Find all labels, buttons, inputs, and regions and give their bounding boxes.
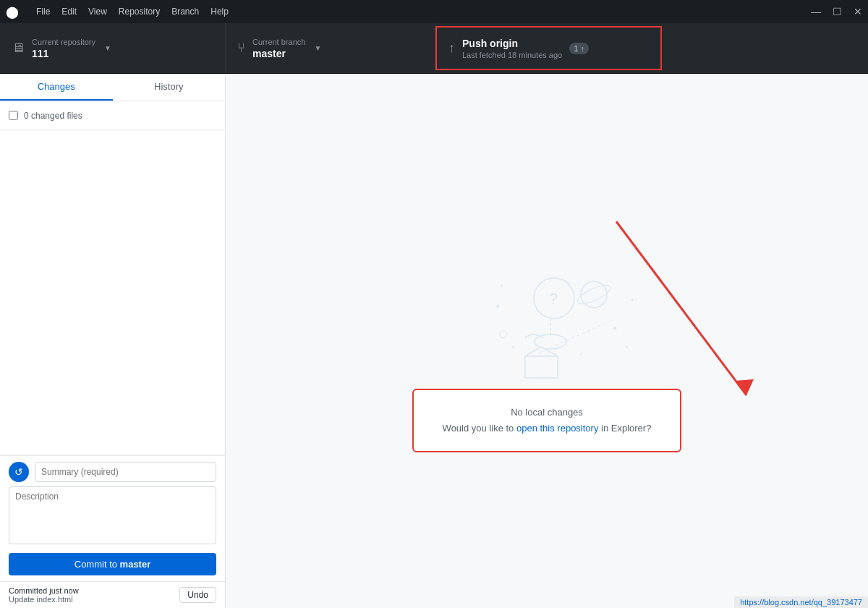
no-changes-subtitle: Would you like to open this repository i…	[443, 421, 652, 436]
svg-text:+: +	[579, 351, 583, 358]
github-logo: ⬤	[6, 5, 19, 19]
svg-line-14	[540, 324, 605, 352]
commit-btn-prefix: Commit to	[75, 559, 120, 570]
tab-history[interactable]: History	[113, 74, 226, 101]
branch-selector[interactable]: ⑂ Current branch master ▼	[226, 23, 435, 73]
svg-marker-17	[736, 379, 754, 395]
menu-bar: ⬤ File Edit View Repository Branch Help	[6, 5, 229, 19]
commit-description-input[interactable]	[9, 486, 216, 544]
menu-edit[interactable]: Edit	[61, 7, 77, 17]
svg-text:+: +	[625, 344, 629, 350]
upload-icon: ↑	[448, 41, 455, 56]
empty-state-illustration: ? ✦ ✦ ✦ ✦ + + +	[438, 229, 655, 389]
sidebar-tabs: Changes History	[0, 74, 225, 101]
close-icon[interactable]: ✕	[854, 6, 862, 17]
menu-view[interactable]: View	[88, 7, 107, 17]
title-bar: ⬤ File Edit View Repository Branch Help …	[0, 0, 868, 23]
push-origin-button[interactable]: ↑ Push origin Last fetched 18 minutes ag…	[435, 26, 662, 70]
commit-btn-branch: master	[120, 559, 151, 570]
open-repository-link[interactable]: open this repository	[516, 423, 598, 434]
svg-text:✦: ✦	[630, 297, 635, 303]
push-title: Push origin	[462, 38, 562, 49]
status-url: https://blog.csdn.net/qq_39173477	[740, 598, 862, 607]
commit-user-icon: ↺	[9, 462, 29, 482]
commit-summary-input[interactable]	[35, 462, 216, 482]
commit-form: ↺ Commit to master	[0, 455, 225, 581]
no-changes-title: No local changes	[443, 405, 652, 421]
svg-rect-6	[525, 356, 558, 378]
branch-name: master	[252, 48, 305, 59]
maximize-icon[interactable]: ☐	[833, 6, 842, 17]
chevron-down-icon: ▼	[314, 44, 321, 52]
repo-label: Current repository	[32, 38, 95, 46]
commit-button[interactable]: Commit to master	[9, 553, 216, 575]
footer-committed: Committed just now	[9, 586, 79, 595]
chevron-down-icon: ▼	[104, 44, 111, 52]
changed-files-bar: 0 changed files	[0, 101, 225, 130]
status-bar: https://blog.csdn.net/qq_39173477	[734, 596, 868, 608]
svg-text:✦: ✦	[495, 303, 501, 311]
toolbar: 🖥 Current repository 111 ▼ ⑂ Current bra…	[0, 23, 868, 74]
menu-branch[interactable]: Branch	[171, 7, 199, 17]
tab-changes[interactable]: Changes	[0, 74, 113, 101]
svg-text:✦: ✦	[511, 344, 516, 350]
file-list	[0, 130, 225, 455]
main-content: ? ✦ ✦ ✦ ✦ + + +	[226, 74, 868, 608]
repo-name: 111	[32, 48, 95, 59]
repository-selector[interactable]: 🖥 Current repository 111 ▼	[0, 23, 226, 73]
branch-icon: ⑂	[237, 41, 245, 56]
menu-repository[interactable]: Repository	[119, 7, 160, 17]
svg-text:+: +	[500, 282, 503, 289]
menu-help[interactable]: Help	[210, 7, 229, 17]
content-area: Changes History 0 changed files ↺ Commit…	[0, 74, 868, 608]
branch-label: Current branch	[252, 38, 305, 46]
no-changes-box: No local changes Would you like to open …	[412, 389, 682, 452]
sidebar: Changes History 0 changed files ↺ Commit…	[0, 74, 226, 608]
changed-files-count: 0 changed files	[24, 111, 82, 121]
svg-text:✦: ✦	[612, 324, 618, 332]
menu-file[interactable]: File	[36, 7, 50, 17]
svg-text:?: ?	[549, 290, 558, 308]
minimize-icon[interactable]: —	[811, 6, 821, 17]
monitor-icon: 🖥	[12, 41, 25, 56]
window-controls: — ☐ ✕	[811, 6, 862, 17]
push-badge: 1 ↑	[569, 43, 589, 54]
svg-point-2	[535, 334, 566, 349]
push-subtitle: Last fetched 18 minutes ago	[462, 51, 562, 59]
undo-button[interactable]: Undo	[179, 587, 216, 603]
svg-point-15	[500, 331, 507, 338]
footer-file: Update index.html	[9, 595, 79, 604]
sidebar-footer: Committed just now Update index.html Und…	[0, 581, 225, 608]
select-all-checkbox[interactable]	[9, 111, 18, 120]
